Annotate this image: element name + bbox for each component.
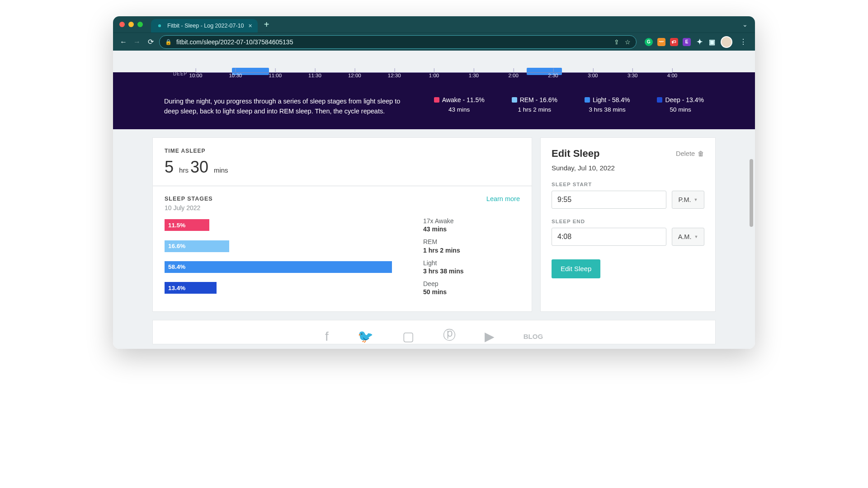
sleep-start-label: SLEEP START: [552, 182, 704, 187]
timeline-tick: 2:00: [508, 73, 518, 78]
tab-strip: ⬥ Fitbit - Sleep - Log 2022-07-10 × + ⌄: [113, 16, 755, 33]
stage-bar: 16.6%: [165, 240, 229, 252]
trash-icon: 🗑: [698, 150, 704, 157]
legend-item: Deep - 13.4%50 mins: [657, 96, 704, 117]
legend-item: REM - 16.6%1 hrs 2 mins: [512, 96, 557, 117]
time-asleep-value: 5 hrs30 mins: [165, 158, 520, 177]
footer: f 🐦 ▢ ⓟ ▶ BLOG: [152, 320, 716, 344]
sleep-start-input[interactable]: [552, 191, 666, 209]
sleep-stage-bars: 11.5%17x Awake43 mins16.6%REM1 hrs 2 min…: [153, 217, 532, 312]
sleep-start-ampm-select[interactable]: P.M.▼: [672, 191, 704, 209]
extensions-puzzle-icon[interactable]: ✦: [695, 38, 703, 46]
fitbit-favicon-icon: ⬥: [156, 23, 163, 29]
toolbar: ← → ⟳ 🔒 fitbit.com/sleep/2022-07-10/3758…: [113, 33, 755, 51]
extension-icon[interactable]: E: [683, 38, 691, 46]
blog-link[interactable]: BLOG: [524, 333, 543, 340]
timeline-tick: 1:00: [429, 73, 439, 78]
sleep-stage-row: 16.6%REM1 hrs 2 mins: [165, 238, 520, 254]
chevron-down-icon: ▼: [694, 235, 698, 239]
tab-title: Fitbit - Sleep - Log 2022-07-10: [167, 23, 244, 29]
delete-sleep-button[interactable]: Delete 🗑: [676, 150, 704, 157]
close-tab-icon[interactable]: ×: [249, 22, 252, 29]
twitter-icon[interactable]: 🐦: [358, 329, 373, 344]
legend-item: Awake - 11.5%43 mins: [434, 96, 485, 117]
timeline-ticks: 10:0010:3011:0011:3012:0012:301:001:302:…: [196, 73, 672, 84]
time-asleep-card: TIME ASLEEP 5 hrs30 mins SLEEP STAGES Le…: [152, 137, 532, 312]
scrollbar[interactable]: [749, 51, 754, 349]
timeline-tick: 1:30: [469, 73, 479, 78]
timeline-tick: 3:30: [627, 73, 637, 78]
address-bar[interactable]: 🔒 fitbit.com/sleep/2022-07-10/3758460513…: [159, 35, 637, 49]
instagram-icon[interactable]: ▢: [402, 329, 414, 344]
stage-bar-meta: REM1 hrs 2 mins: [423, 238, 460, 254]
page-viewport: DEEP 10:0010:3011:0011:3012:0012:301:001…: [113, 51, 755, 349]
minimize-window-button[interactable]: [128, 22, 134, 27]
stage-bar: 11.5%: [165, 219, 209, 231]
pinterest-icon[interactable]: ⓟ: [443, 327, 456, 344]
timeline-tick: 2:30: [548, 73, 558, 78]
sleep-stage-row: 11.5%17x Awake43 mins: [165, 217, 520, 233]
timeline-deep-label: DEEP: [173, 71, 187, 76]
new-tab-button[interactable]: +: [258, 19, 276, 30]
time-asleep-label: TIME ASLEEP: [165, 148, 520, 154]
extension-icon[interactable]: 〰: [657, 38, 665, 46]
facebook-icon[interactable]: f: [325, 329, 329, 344]
sleep-legend: Awake - 11.5%43 minsREM - 16.6%1 hrs 2 m…: [434, 96, 704, 117]
timeline-tick: 4:00: [667, 73, 677, 78]
learn-more-link[interactable]: Learn more: [486, 195, 520, 202]
extensions: G 〰 🏷 E ✦ ▣ ⋮: [645, 36, 750, 48]
timeline-tick: 10:00: [189, 73, 203, 78]
close-window-button[interactable]: [119, 22, 125, 27]
timeline-tick: 11:30: [308, 73, 321, 78]
timeline-tick: 11:00: [269, 73, 282, 78]
browser-window: ⬥ Fitbit - Sleep - Log 2022-07-10 × + ⌄ …: [113, 16, 755, 349]
hero-description: During the night, you progress through a…: [164, 96, 416, 117]
sleep-end-ampm-select[interactable]: A.M.▼: [672, 228, 704, 246]
stage-bar: 13.4%: [165, 282, 217, 294]
reading-list-icon[interactable]: ▣: [708, 38, 716, 46]
sleep-stages-date: 10 July 2022: [153, 204, 532, 211]
edit-sleep-date: Sunday, Jul 10, 2022: [552, 164, 704, 172]
sleep-end-label: SLEEP END: [552, 219, 704, 224]
scrollbar-thumb[interactable]: [750, 159, 753, 227]
timeline-tick: 10:30: [229, 73, 242, 78]
stage-bar: 58.4%: [165, 261, 392, 273]
tab-overflow-icon[interactable]: ⌄: [742, 21, 748, 28]
bookmark-icon[interactable]: ☆: [625, 38, 631, 46]
stage-bar-meta: 17x Awake43 mins: [423, 217, 453, 233]
profile-avatar[interactable]: [721, 36, 732, 48]
edit-sleep-title: Edit Sleep: [552, 148, 599, 160]
back-button[interactable]: ←: [118, 38, 128, 46]
stage-bar-meta: Light3 hrs 38 mins: [423, 259, 464, 275]
extension-grammarly-icon[interactable]: G: [645, 38, 653, 46]
timeline-tick: 3:00: [588, 73, 598, 78]
chevron-down-icon: ▼: [694, 197, 698, 202]
legend-item: Light - 58.4%3 hrs 38 mins: [585, 96, 630, 117]
reload-button[interactable]: ⟳: [146, 38, 156, 46]
edit-sleep-card: Edit Sleep Delete 🗑 Sunday, Jul 10, 2022…: [540, 137, 716, 312]
sleep-end-input[interactable]: [552, 228, 666, 246]
forward-button: →: [132, 38, 142, 46]
timeline-tick: 12:30: [388, 73, 401, 78]
window-controls: [119, 22, 143, 27]
sleep-stage-row: 58.4%Light3 hrs 38 mins: [165, 259, 520, 275]
lock-icon: 🔒: [165, 39, 172, 45]
sleep-stages-label: SLEEP STAGES: [165, 196, 213, 202]
browser-tab[interactable]: ⬥ Fitbit - Sleep - Log 2022-07-10 ×: [151, 19, 258, 33]
browser-menu-icon[interactable]: ⋮: [737, 38, 750, 46]
stage-bar-meta: Deep50 mins: [423, 280, 447, 296]
url-text: fitbit.com/sleep/2022-07-10/37584605135: [176, 38, 609, 46]
sleep-timeline-hero: DEEP 10:0010:3011:0011:3012:0012:301:001…: [113, 72, 755, 129]
extension-icon[interactable]: 🏷: [670, 38, 678, 46]
share-icon[interactable]: ⇪: [614, 38, 619, 46]
youtube-icon[interactable]: ▶: [485, 329, 495, 344]
sleep-stage-row: 13.4%Deep50 mins: [165, 280, 520, 296]
maximize-window-button[interactable]: [137, 22, 143, 27]
timeline-tick: 12:00: [348, 73, 361, 78]
edit-sleep-submit-button[interactable]: Edit Sleep: [552, 259, 600, 278]
